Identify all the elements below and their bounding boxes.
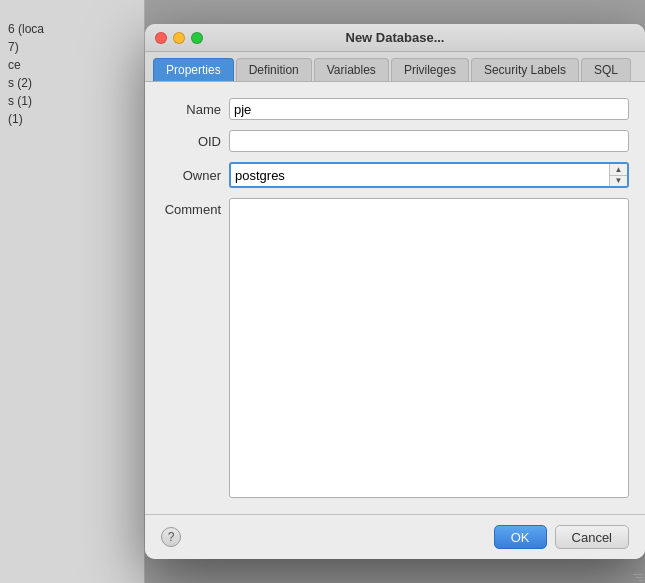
- sidebar-item-5[interactable]: (1): [0, 110, 144, 128]
- oid-label: OID: [161, 134, 221, 149]
- dialog-title: New Database...: [346, 30, 445, 45]
- dialog-body: Name OID Owner ▲ ▼ Comment: [145, 82, 645, 514]
- dialog-tabs: Properties Definition Variables Privileg…: [145, 52, 645, 82]
- resize-line-2: [636, 577, 643, 578]
- owner-input-wrap: ▲ ▼: [229, 162, 629, 188]
- owner-label: Owner: [161, 168, 221, 183]
- name-input[interactable]: [229, 98, 629, 120]
- tab-properties[interactable]: Properties: [153, 58, 234, 81]
- name-row: Name: [161, 98, 629, 120]
- resize-lines: [631, 569, 645, 583]
- dialog-titlebar: New Database...: [145, 24, 645, 52]
- spinner-up-button[interactable]: ▲: [610, 164, 627, 176]
- tab-privileges[interactable]: Privileges: [391, 58, 469, 81]
- sidebar: 6 (loca 7) ce s (2) s (1) (1): [0, 0, 145, 583]
- dialog-overlay: New Database... Properties Definition Va…: [145, 0, 645, 583]
- resize-handle[interactable]: [631, 569, 645, 583]
- ok-button[interactable]: OK: [494, 525, 547, 549]
- tab-definition[interactable]: Definition: [236, 58, 312, 81]
- cancel-button[interactable]: Cancel: [555, 525, 629, 549]
- sidebar-item-3[interactable]: s (2): [0, 74, 144, 92]
- resize-line-1: [633, 574, 643, 575]
- sidebar-item-0[interactable]: 6 (loca: [0, 20, 144, 38]
- tab-security-labels[interactable]: Security Labels: [471, 58, 579, 81]
- name-label: Name: [161, 102, 221, 117]
- maximize-button[interactable]: [191, 32, 203, 44]
- tab-sql[interactable]: SQL: [581, 58, 631, 81]
- footer-left: ?: [161, 527, 181, 547]
- resize-line-3: [639, 580, 643, 581]
- sidebar-item-1[interactable]: 7): [0, 38, 144, 56]
- titlebar-buttons: [155, 32, 203, 44]
- comment-textarea[interactable]: [229, 198, 629, 498]
- owner-input[interactable]: [231, 164, 609, 186]
- sidebar-item-2[interactable]: ce: [0, 56, 144, 74]
- dialog: New Database... Properties Definition Va…: [145, 24, 645, 559]
- tab-variables[interactable]: Variables: [314, 58, 389, 81]
- owner-row: Owner ▲ ▼: [161, 162, 629, 188]
- comment-section: Comment: [161, 198, 629, 498]
- comment-label: Comment: [161, 198, 221, 217]
- footer-right: OK Cancel: [494, 525, 629, 549]
- spinner-down-button[interactable]: ▼: [610, 176, 627, 187]
- oid-input[interactable]: [229, 130, 629, 152]
- help-button[interactable]: ?: [161, 527, 181, 547]
- minimize-button[interactable]: [173, 32, 185, 44]
- sidebar-item-4[interactable]: s (1): [0, 92, 144, 110]
- oid-row: OID: [161, 130, 629, 152]
- dialog-footer: ? OK Cancel: [145, 514, 645, 559]
- close-button[interactable]: [155, 32, 167, 44]
- owner-spinner: ▲ ▼: [609, 164, 627, 186]
